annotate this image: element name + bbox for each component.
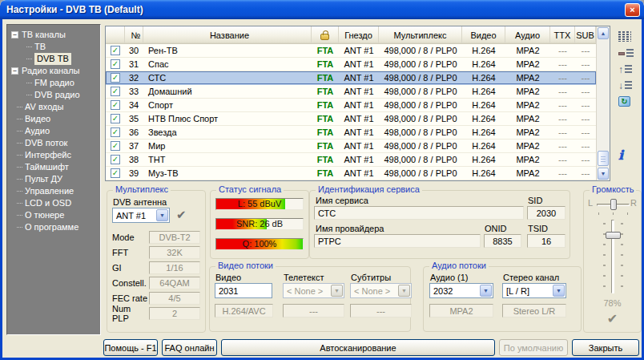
sidebar-item-3[interactable]: −Радио каналы — [7, 65, 100, 77]
chevron-down-icon[interactable]: ▼ — [156, 209, 168, 221]
close-button[interactable]: × — [625, 3, 640, 17]
channel-row[interactable]: ✓35НТВ Плюс СпортFTAANT #1498,000 / 8 / … — [106, 112, 596, 126]
header-checkbox-column[interactable] — [106, 26, 125, 43]
channel-checkbox[interactable]: ✓ — [111, 114, 120, 123]
help-button[interactable]: Помощь - F1 — [103, 339, 158, 356]
sidebar-item-4[interactable]: FM радио — [7, 77, 100, 89]
multiplex-field-value: 4/5 — [149, 292, 200, 305]
header-number[interactable]: № — [125, 26, 143, 43]
teletext-info-field: --- — [283, 304, 344, 318]
channel-row[interactable]: ✓30Рен-ТВFTAANT #1498,000 / 8 / PLP0H.26… — [106, 44, 596, 58]
autoscan-button[interactable]: Автосканирование — [221, 339, 495, 356]
channel-row[interactable]: ✓31СпасFTAANT #1498,000 / 8 / PLP0H.264M… — [106, 58, 596, 71]
channel-row[interactable]: ✓38ТНТFTAANT #1498,000 / 8 / PLP0H.264MP… — [106, 153, 596, 167]
multiplex-panel: Мультиплекс DVB антенна ANT #1 ▼ ✔ ModeD… — [107, 190, 206, 333]
tree-expander-icon[interactable]: − — [11, 67, 18, 75]
header-video[interactable]: Видео — [462, 26, 505, 43]
channel-row[interactable]: ✓37МирFTAANT #1498,000 / 8 / PLP0H.264MP… — [106, 140, 596, 153]
renumber-icon[interactable] — [618, 47, 638, 61]
channel-checkbox[interactable]: ✓ — [111, 46, 120, 55]
channel-cell: MPA2 — [505, 46, 550, 55]
channel-checkbox[interactable]: ✓ — [111, 168, 120, 178]
channel-cell: 31 — [125, 59, 143, 69]
sidebar-item-5[interactable]: DVB радио — [7, 89, 100, 101]
channel-list-icon[interactable] — [618, 29, 638, 43]
sidebar-item-12[interactable]: Пульт ДУ — [7, 173, 100, 185]
move-up-icon[interactable]: ↑ — [618, 63, 638, 77]
channel-checkbox[interactable]: ✓ — [111, 141, 120, 151]
rescan-icon[interactable]: ↻ — [618, 94, 638, 108]
volume-apply-check-icon[interactable]: ✔ — [584, 311, 641, 326]
header-socket[interactable]: Гнездо — [339, 26, 379, 43]
teletext-select: < None > ▼ — [283, 283, 344, 298]
channel-cell: 39 — [125, 168, 143, 178]
video-pid-input[interactable]: 2031 — [215, 283, 272, 298]
chevron-down-icon[interactable]: ▼ — [553, 285, 565, 297]
close-window-button[interactable]: Закрыть — [572, 339, 639, 356]
header-encryption[interactable] — [312, 26, 339, 43]
sidebar-item-14[interactable]: LCD и OSD — [7, 197, 100, 209]
channel-cell: H.264 — [462, 114, 505, 123]
signal-panel-title: Статус сигнала — [216, 184, 284, 194]
header-sub[interactable]: SUB — [575, 26, 596, 43]
channel-row[interactable]: ✓33ДомашнийFTAANT #1498,000 / 8 / PLP0H.… — [106, 85, 596, 99]
channel-checkbox[interactable]: ✓ — [111, 127, 120, 137]
channel-checkbox[interactable]: ✓ — [111, 73, 120, 83]
channel-row[interactable]: ✓34СпортFTAANT #1498,000 / 8 / PLP0H.264… — [106, 99, 596, 112]
faq-button[interactable]: FAQ онлайн — [162, 339, 217, 356]
channel-checkbox[interactable]: ✓ — [111, 87, 120, 96]
balance-slider-thumb[interactable] — [610, 199, 617, 210]
antenna-apply-check-icon[interactable]: ✔ — [176, 208, 187, 220]
scroll-down-icon[interactable]: ▼ — [598, 168, 609, 180]
channel-row[interactable]: ✓39Муз-ТВFTAANT #1498,000 / 8 / PLP0H.26… — [106, 167, 596, 180]
sidebar-item-13[interactable]: Управление — [7, 185, 100, 197]
info-icon[interactable]: ℹ — [618, 148, 638, 162]
multiplex-field-value: 1/16 — [149, 261, 200, 274]
balance-right-label: R — [630, 198, 637, 208]
sidebar-item-8[interactable]: Аудио — [7, 125, 100, 137]
header-ttx[interactable]: TTX — [550, 26, 575, 43]
title-bar[interactable]: Настройки - DVB ТВ (Default) × — [0, 0, 644, 19]
channel-checkbox[interactable]: ✓ — [111, 155, 120, 164]
tree-expander-icon[interactable]: − — [11, 31, 18, 38]
channel-checkbox[interactable]: ✓ — [111, 100, 120, 110]
table-scrollbar[interactable]: ▲ ▼ — [596, 26, 610, 180]
volume-slider-thumb[interactable] — [606, 232, 621, 239]
provider-label: Имя провайдера — [316, 224, 384, 233]
scroll-up-icon[interactable]: ▲ — [598, 27, 609, 39]
stereo-select[interactable]: [L / R] ▼ — [502, 283, 566, 298]
sidebar-item-7[interactable]: Видео — [7, 113, 100, 125]
channel-cell: FTA — [312, 73, 339, 83]
channel-row[interactable]: ✓36ЗвездаFTAANT #1498,000 / 8 / PLP0H.26… — [106, 126, 596, 140]
channel-cell: 498,000 / 8 / PLP0 — [379, 59, 462, 69]
move-down-icon[interactable]: ↓ — [618, 79, 638, 93]
sidebar-item-11[interactable]: Таймшифт — [7, 161, 100, 173]
sidebar-item-15[interactable]: О тюнере — [7, 209, 100, 221]
channel-cell: Домашний — [143, 87, 312, 96]
channel-cell: --- — [550, 73, 575, 83]
sidebar-item-1[interactable]: ТВ — [7, 41, 100, 53]
header-multiplex[interactable]: Мультиплекс — [379, 26, 462, 43]
header-name[interactable]: Название — [143, 26, 312, 43]
channel-row[interactable]: ✓32СТСFTAANT #1498,000 / 8 / PLP0H.264MP… — [106, 71, 596, 85]
multiplex-field-value: 32K — [149, 246, 200, 259]
antenna-select[interactable]: ANT #1 ▼ — [112, 208, 170, 223]
header-audio[interactable]: Аудио — [505, 26, 550, 43]
channel-checkbox[interactable]: ✓ — [111, 59, 120, 69]
signal-bar-label: SNR: 26 dB — [216, 219, 303, 229]
sidebar-item-6[interactable]: AV входы — [7, 101, 100, 113]
sidebar-item-label: Пульт ДУ — [25, 173, 62, 185]
scrollbar-thumb[interactable] — [598, 151, 609, 166]
audio-pid-select[interactable]: 2032 ▼ — [429, 283, 493, 298]
channel-cell: ANT #1 — [339, 73, 379, 83]
volume-slider[interactable] — [611, 220, 614, 293]
sidebar-item-label: Интерфейс — [25, 149, 71, 161]
chevron-down-icon[interactable]: ▼ — [480, 285, 492, 297]
sidebar-item-label: ТВ каналы — [22, 29, 66, 41]
sidebar-item-2[interactable]: DVB ТВ — [7, 53, 100, 65]
sidebar-item-0[interactable]: −ТВ каналы — [7, 29, 100, 41]
channel-cell: FTA — [312, 59, 339, 69]
sidebar-item-16[interactable]: О программе — [7, 221, 100, 233]
sidebar-item-10[interactable]: Интерфейс — [7, 149, 100, 161]
sidebar-item-9[interactable]: DVB поток — [7, 137, 100, 149]
